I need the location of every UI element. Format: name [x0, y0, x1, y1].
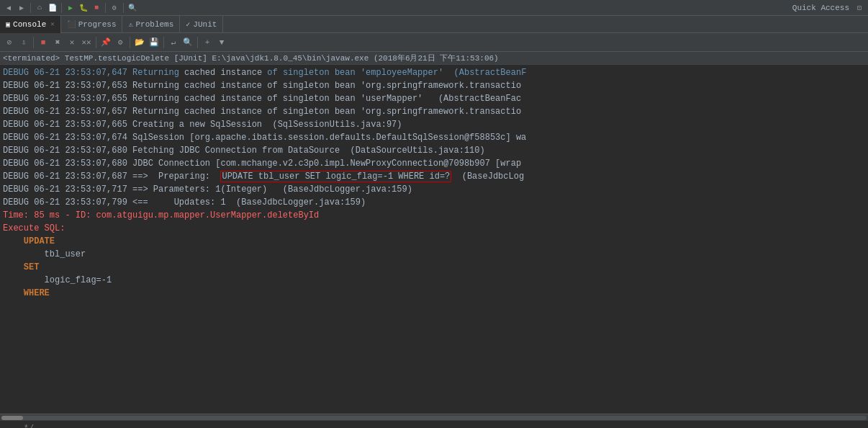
- editor-area: */ @Test public void testMySqlInjector()…: [0, 421, 868, 428]
- problems-tab-icon: ⚠: [128, 20, 132, 29]
- sql-update: UPDATE: [3, 235, 865, 248]
- sql-set: SET: [3, 261, 865, 274]
- console-toolbar: ⊘ ⇩ ■ ✖ ✕ ✕✕ 📌 ⚙ 📂 💾 ↵ 🔍 + ▼: [0, 33, 868, 52]
- log-line-3: DEBUG 06-21 23:53:07,655 Returning cache…: [3, 92, 865, 105]
- scroll-track: [1, 416, 867, 420]
- view-menu-button[interactable]: ▼: [215, 36, 228, 49]
- word-wrap-button[interactable]: ↵: [167, 36, 180, 49]
- log-line-4: DEBUG 06-21 23:53:07,657 Returning cache…: [3, 105, 865, 118]
- scroll-lock-button[interactable]: ⇩: [17, 36, 30, 49]
- new-console-button[interactable]: +: [201, 36, 214, 49]
- sep4: [123, 3, 124, 13]
- log-line-8: DEBUG 06-21 23:53:07,680 JDBC Connection…: [3, 157, 865, 170]
- execute-sql-line: Execute SQL:: [3, 222, 865, 235]
- progress-tab-label: Progress: [78, 20, 117, 29]
- con-sep4: [163, 37, 164, 48]
- home-icon[interactable]: ⌂: [34, 2, 45, 14]
- tab-bar: ▣ Console ✕ ⬛ Progress ⚠ Problems ✓ JUni…: [0, 16, 868, 33]
- stop-icon[interactable]: ■: [91, 2, 102, 14]
- scroll-thumb: [1, 416, 23, 420]
- file-icon[interactable]: 📄: [47, 2, 58, 14]
- junit-tab-icon: ✓: [186, 20, 190, 29]
- log-line-1: DEBUG 06-21 23:53:07,647 Returning cache…: [3, 66, 865, 79]
- console-output: DEBUG 06-21 23:53:07,647 Returning cache…: [0, 65, 868, 414]
- con-sep3: [130, 37, 130, 48]
- sep2: [61, 3, 62, 13]
- forward-icon[interactable]: ▶: [16, 2, 27, 14]
- sql-table: tbl_user: [3, 248, 865, 261]
- console-tab-icon: ▣: [6, 20, 10, 29]
- debug-icon[interactable]: 🐛: [78, 2, 89, 14]
- run-icon[interactable]: ▶: [65, 2, 76, 14]
- log-line-11: DEBUG 06-21 23:53:07,799 <== Updates: 1 …: [3, 196, 865, 209]
- back-icon[interactable]: ◀: [3, 2, 14, 14]
- con-sep1: [33, 37, 34, 48]
- sep3: [105, 3, 106, 13]
- toolbar-icons: ◀ ▶ ⌂ 📄 ▶ 🐛 ■ ⚙ 🔍: [3, 2, 792, 14]
- terminate-button[interactable]: ■: [37, 36, 50, 49]
- log-line-6: DEBUG 06-21 23:53:07,674 SqlSession [org…: [3, 131, 865, 144]
- tab-problems[interactable]: ⚠ Problems: [122, 16, 180, 33]
- find-button[interactable]: 🔍: [181, 36, 194, 49]
- editor-line-1: */: [3, 422, 865, 428]
- search-icon[interactable]: 🔍: [127, 2, 138, 14]
- console-tab-label: Console: [13, 20, 46, 29]
- progress-tab-icon: ⬛: [67, 20, 76, 29]
- log-line-9: DEBUG 06-21 23:53:07,687 ==> Preparing: …: [3, 170, 865, 183]
- sep1: [30, 3, 31, 13]
- main-toolbar: ◀ ▶ ⌂ 📄 ▶ 🐛 ■ ⚙ 🔍 Quick Access ⊡: [0, 0, 868, 16]
- log-line-5: DEBUG 06-21 23:53:07,665 Creating a new …: [3, 118, 865, 131]
- log-line-2: DEBUG 06-21 23:53:07,653 Returning cache…: [3, 79, 865, 92]
- log-line-10: DEBUG 06-21 23:53:07,717 ==> Parameters:…: [3, 183, 865, 196]
- status-text: <terminated> TestMP.testLogicDelete [JUn…: [3, 53, 499, 63]
- open-file-button[interactable]: 📂: [133, 36, 146, 49]
- sql-field: logic_flag=-1: [3, 274, 865, 287]
- junit-tab-label: JUnit: [193, 20, 217, 29]
- time-line: Time: 85 ms - ID: com.atguigu.mp.mapper.…: [3, 209, 865, 222]
- clear-console-button[interactable]: ⊘: [3, 36, 16, 49]
- con-sep2: [96, 37, 96, 48]
- save-button[interactable]: 💾: [148, 36, 161, 49]
- console-tab-close[interactable]: ✕: [50, 20, 54, 28]
- tab-junit[interactable]: ✓ JUnit: [180, 16, 223, 33]
- properties-button[interactable]: ⚙: [114, 36, 127, 49]
- build-icon[interactable]: ⚙: [109, 2, 120, 14]
- log-line-7: DEBUG 06-21 23:53:07,680 Fetching JDBC C…: [3, 144, 865, 157]
- quick-access-label: Quick Access: [792, 4, 849, 12]
- tab-progress[interactable]: ⬛ Progress: [61, 16, 123, 33]
- status-bar: <terminated> TestMP.testLogicDelete [JUn…: [0, 52, 868, 65]
- maximize-icon[interactable]: ⊡: [854, 2, 865, 14]
- tab-console[interactable]: ▣ Console ✕: [0, 16, 61, 33]
- con-sep5: [197, 37, 198, 48]
- problems-tab-label: Problems: [136, 20, 174, 29]
- disconnect-button[interactable]: ✖: [51, 36, 64, 49]
- sql-where: WHERE: [3, 287, 865, 300]
- remove-all-button[interactable]: ✕✕: [80, 36, 93, 49]
- horizontal-scrollbar[interactable]: [0, 414, 868, 421]
- remove-button[interactable]: ✕: [65, 36, 78, 49]
- pin-button[interactable]: 📌: [99, 36, 112, 49]
